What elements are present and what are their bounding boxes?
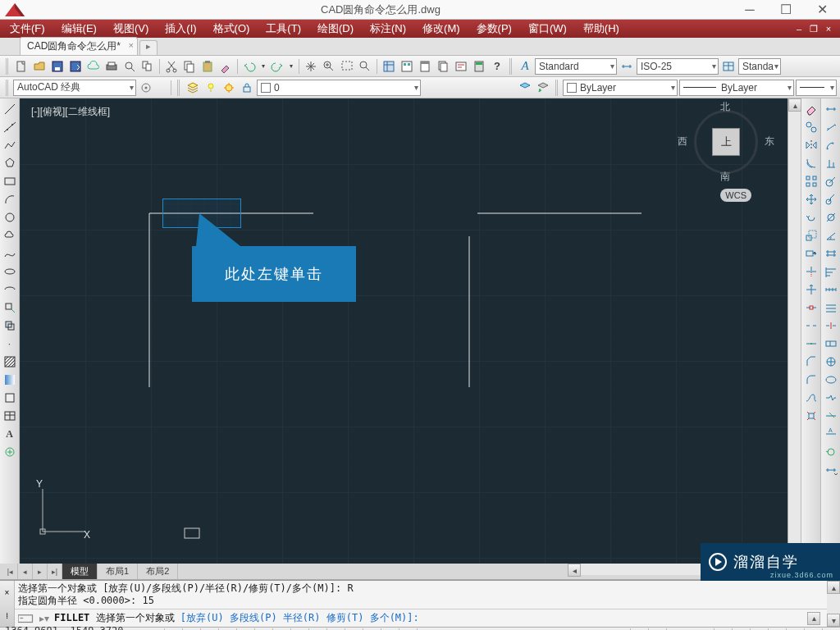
menu-edit[interactable]: 编辑(E) xyxy=(53,20,105,38)
cmd-close-icon[interactable]: × xyxy=(5,588,10,597)
revcloud-icon[interactable] xyxy=(2,228,17,243)
dimstyle-icon[interactable] xyxy=(619,58,635,75)
hscroll-left[interactable]: ◂ xyxy=(568,564,581,577)
move-icon[interactable] xyxy=(804,192,819,207)
zoom-window-icon[interactable] xyxy=(339,58,355,75)
color-combo[interactable]: ByLayer xyxy=(563,80,678,96)
paste-icon[interactable] xyxy=(199,58,216,75)
xline-icon[interactable] xyxy=(2,120,17,135)
menu-format[interactable]: 格式(O) xyxy=(205,20,258,38)
chamfer-icon[interactable] xyxy=(804,354,819,369)
viewcube-north[interactable]: 北 xyxy=(720,100,730,114)
designcenter-icon[interactable] xyxy=(399,58,415,75)
region-icon[interactable] xyxy=(2,390,17,405)
dim-ordinate-icon[interactable] xyxy=(824,156,838,171)
polygon-icon[interactable] xyxy=(2,156,17,171)
spline-icon[interactable] xyxy=(2,246,17,261)
dim-space-icon[interactable] xyxy=(824,300,838,315)
ellipse-icon[interactable] xyxy=(2,264,17,279)
dimstyle-dd-icon[interactable] xyxy=(824,463,838,477)
dim-update-icon[interactable] xyxy=(824,445,838,459)
tablestyle-icon[interactable] xyxy=(720,58,737,75)
doc-restore-button[interactable]: ❐ xyxy=(807,24,820,34)
ellipse-arc-icon[interactable] xyxy=(2,282,17,297)
dim-aligned-icon[interactable] xyxy=(824,120,838,135)
menu-help[interactable]: 帮助(H) xyxy=(575,20,628,38)
arc-icon[interactable] xyxy=(2,192,17,207)
dim-angular-icon[interactable] xyxy=(824,228,838,243)
offset-icon[interactable] xyxy=(804,156,819,171)
hatch-icon[interactable] xyxy=(2,354,17,369)
layer-on-icon[interactable] xyxy=(203,80,219,96)
preview-icon[interactable] xyxy=(121,58,138,75)
layer-prev-icon[interactable] xyxy=(535,80,551,96)
dim-radius-icon[interactable] xyxy=(824,174,838,189)
menu-modify[interactable]: 修改(M) xyxy=(414,20,468,38)
make-block-icon[interactable] xyxy=(2,318,17,333)
break-point-icon[interactable] xyxy=(804,300,819,315)
new-tab-button[interactable]: ▸ xyxy=(139,40,158,55)
table-icon[interactable] xyxy=(2,409,17,423)
calc-icon[interactable] xyxy=(471,58,487,75)
cmdhist-scroll-up[interactable]: ▴ xyxy=(827,581,840,594)
doc-close-button[interactable]: × xyxy=(822,24,835,34)
menu-insert[interactable]: 插入(I) xyxy=(157,20,204,38)
vertical-scrollbar[interactable]: ▴ ▾ xyxy=(788,98,801,564)
dim-edit-icon[interactable] xyxy=(824,409,838,423)
cut-icon[interactable] xyxy=(163,58,180,75)
doc-minimize-button[interactable]: – xyxy=(792,24,806,34)
tablestyle-combo[interactable]: Standa xyxy=(738,58,781,75)
redo-icon[interactable] xyxy=(269,58,285,75)
layer-manager-icon[interactable] xyxy=(185,80,201,96)
dim-arc-icon[interactable] xyxy=(824,138,838,153)
new-icon[interactable] xyxy=(13,58,30,75)
inspect-icon[interactable] xyxy=(824,372,838,387)
command-input[interactable] xyxy=(424,613,802,624)
join-icon[interactable] xyxy=(804,336,819,351)
addselected-icon[interactable] xyxy=(2,445,17,459)
open-icon[interactable] xyxy=(31,58,48,75)
layer-state-icon[interactable] xyxy=(517,80,533,96)
break-icon[interactable] xyxy=(804,318,819,333)
gradient-icon[interactable] xyxy=(2,372,17,387)
save-icon[interactable] xyxy=(49,58,66,75)
zoom-realtime-icon[interactable] xyxy=(321,58,337,75)
trim-icon[interactable] xyxy=(804,264,819,279)
tab-nav-last[interactable]: ▸| xyxy=(48,564,62,579)
sheetset-icon[interactable] xyxy=(435,58,451,75)
extend-icon[interactable] xyxy=(804,282,819,297)
layer-combo[interactable]: 0 xyxy=(257,80,421,96)
cmdhist-scroll-down[interactable]: ▾ xyxy=(827,614,840,627)
tab-layout2[interactable]: 布局2 xyxy=(138,564,178,579)
lineweight-combo[interactable] xyxy=(796,80,837,96)
viewcube-south[interactable]: 南 xyxy=(720,170,730,184)
pan-icon[interactable] xyxy=(303,58,319,75)
undo-dd-icon[interactable]: ▾ xyxy=(259,58,267,75)
tab-layout1[interactable]: 布局1 xyxy=(98,564,138,579)
explode-icon[interactable] xyxy=(804,409,819,423)
point-icon[interactable]: · xyxy=(2,336,17,351)
maximize-button[interactable]: ☐ xyxy=(768,0,804,20)
menu-draw[interactable]: 绘图(D) xyxy=(309,20,362,38)
dim-quick-icon[interactable] xyxy=(824,246,838,261)
toolbar-grip[interactable] xyxy=(509,58,513,75)
markup-icon[interactable] xyxy=(453,58,469,75)
menu-tools[interactable]: 工具(T) xyxy=(258,20,309,38)
status-coords[interactable]: 1364.9691, 1549.3720, 0.0000 xyxy=(0,625,164,631)
blend-icon[interactable] xyxy=(804,390,819,405)
menu-parametric[interactable]: 参数(P) xyxy=(468,20,520,38)
wcs-badge[interactable]: WCS xyxy=(720,189,751,202)
cmd-scroll-up[interactable]: ▴ xyxy=(807,612,820,625)
textstyle-icon[interactable]: A xyxy=(517,58,533,75)
insert-block-icon[interactable] xyxy=(2,300,17,315)
toolbar-grip[interactable] xyxy=(177,80,180,96)
minimize-button[interactable]: ─ xyxy=(732,0,768,20)
command-history[interactable]: 选择第一个对象或 [放弃(U)/多段线(P)/半径(R)/修剪(T)/多个(M)… xyxy=(15,581,827,609)
document-tab[interactable]: CAD圆角命令怎么用* × xyxy=(20,37,138,55)
mirror-icon[interactable] xyxy=(804,138,819,153)
close-button[interactable]: ✕ xyxy=(804,0,840,20)
document-tab-close-icon[interactable]: × xyxy=(129,40,134,50)
linetype-combo[interactable]: ByLayer xyxy=(679,80,794,96)
tab-nav-next[interactable]: ▸ xyxy=(33,564,48,579)
menu-window[interactable]: 窗口(W) xyxy=(520,20,575,38)
